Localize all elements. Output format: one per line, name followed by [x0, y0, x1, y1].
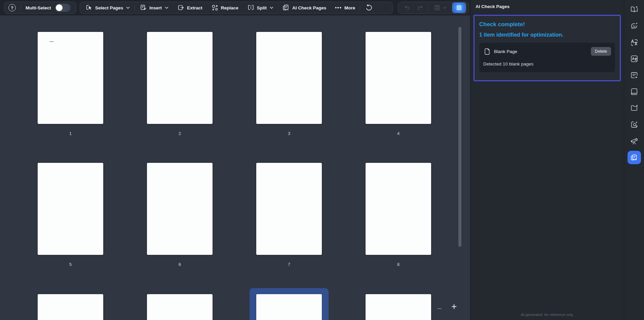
redo-icon — [416, 4, 424, 11]
sidebar-item-telescope[interactable] — [628, 134, 641, 148]
page-number: 7 — [256, 262, 322, 267]
page-number: 5 — [38, 262, 103, 267]
ai-proofread-icon — [630, 71, 639, 80]
page-thumbnail-5[interactable] — [38, 163, 103, 255]
select-pages-button[interactable]: Select Pages — [85, 4, 130, 11]
sidebar-item-ai-reader[interactable] — [628, 3, 641, 16]
rotate-ccw-icon — [365, 4, 373, 12]
blank-page-icon — [484, 48, 490, 55]
toggle-knob — [56, 4, 63, 11]
page-thumbnail-9[interactable] — [38, 294, 103, 320]
save-button[interactable] — [433, 4, 447, 11]
ai-check-pages-icon — [282, 4, 290, 12]
toolbar-group-file — [398, 2, 469, 14]
replace-icon — [211, 4, 219, 11]
check-complete-heading: Check complete! — [479, 21, 615, 28]
zoom-in-button[interactable]: + — [451, 301, 457, 312]
divider — [21, 5, 21, 11]
translate-page-icon — [630, 54, 639, 63]
multi-select-toggle[interactable] — [55, 4, 71, 12]
toolbar-group-actions: Select Pages Insert — [80, 2, 393, 14]
undo-button[interactable] — [404, 4, 411, 11]
insert-button[interactable]: Insert — [140, 4, 168, 11]
sidebar-item-ai-detect[interactable] — [628, 118, 641, 131]
ai-check-pages-label: AI Check Pages — [292, 5, 326, 10]
extract-button[interactable]: Extract — [177, 4, 202, 11]
chevron-down-icon — [270, 6, 273, 9]
ellipsis-icon: ••• — [335, 5, 342, 10]
ai-detect-icon — [630, 120, 639, 129]
extract-label: Extract — [187, 5, 202, 10]
page-number: 4 — [366, 131, 431, 136]
sidebar-item-ai-folder[interactable] — [628, 101, 641, 115]
sidebar-item-book[interactable] — [628, 85, 641, 98]
multi-select-label: Multi-Select — [26, 5, 51, 10]
panel-title: AI Check Pages — [476, 4, 509, 9]
sidebar-item-ai-proofread[interactable] — [628, 68, 641, 82]
page-number: 6 — [147, 262, 213, 267]
page-content-fragment — [49, 41, 54, 42]
page-thumbnail-2[interactable] — [147, 32, 213, 124]
replace-button[interactable]: Replace — [211, 4, 238, 11]
book-icon — [630, 87, 639, 96]
split-icon — [247, 4, 255, 11]
delete-button[interactable]: Delete — [591, 47, 611, 56]
divider — [428, 5, 429, 11]
insert-label: Insert — [149, 5, 162, 10]
page-number: 1 — [38, 131, 103, 136]
divider — [360, 5, 360, 11]
page-thumbnail-8[interactable] — [366, 163, 431, 255]
page-thumbnail-12[interactable] — [366, 294, 431, 320]
page-thumbnail-3[interactable] — [256, 32, 322, 124]
replace-label: Replace — [221, 5, 238, 10]
ai-chat-icon — [630, 21, 639, 30]
undo-icon — [404, 4, 411, 11]
sidebar-item-ai-translate[interactable] — [628, 36, 641, 49]
page-number: 8 — [366, 262, 431, 267]
more-button[interactable]: ••• More — [335, 5, 355, 10]
save-icon — [433, 4, 441, 11]
sidebar-item-ai-check-pages[interactable] — [628, 151, 641, 164]
divider — [135, 5, 135, 11]
ai-reader-icon — [630, 5, 639, 14]
telescope-icon — [630, 137, 639, 145]
chevron-down-icon — [165, 6, 168, 9]
ai-check-pages-panel: AI Check Pages Check complete! 1 item id… — [471, 0, 624, 320]
ai-tools-sidebar — [624, 0, 644, 320]
help-icon[interactable]: ? — [8, 4, 16, 11]
items-identified-text: 1 item identified for optimization. — [479, 32, 615, 38]
page-number: 2 — [147, 131, 213, 136]
rotate-reset-button[interactable] — [365, 4, 373, 12]
ai-disclaimer-text: AI-generated, for reference only. — [471, 313, 624, 317]
redo-button[interactable] — [416, 4, 424, 11]
ai-orbits-icon — [455, 4, 463, 12]
ai-folder-icon — [630, 104, 639, 112]
detected-pages-text: Detected 10 blank pages — [483, 61, 533, 66]
page-number: 3 — [256, 131, 322, 136]
page-thumbnail-4[interactable] — [366, 32, 431, 124]
zoom-out-button[interactable]: − — [437, 304, 442, 313]
pdf-page-organizer-app: ? Multi-Select Select Pages — [0, 0, 644, 320]
selected-page-frame[interactable] — [250, 288, 329, 320]
split-label: Split — [257, 5, 267, 10]
ai-assistant-button[interactable] — [452, 2, 466, 13]
page-grid-canvas: ? Multi-Select Select Pages — [0, 0, 470, 320]
ai-check-pages-active-icon — [630, 153, 638, 162]
page-thumbnail-10[interactable] — [147, 294, 213, 320]
select-pages-icon — [85, 4, 93, 11]
page-thumbnail-1[interactable] — [38, 32, 103, 124]
page-thumbnail-6[interactable] — [147, 163, 213, 255]
page-thumbnail-7[interactable] — [256, 163, 322, 255]
ai-translate-icon — [630, 38, 639, 47]
page-thumbnail-11-selected[interactable] — [256, 294, 322, 320]
chevron-down-icon — [126, 6, 130, 9]
ai-check-pages-button[interactable]: AI Check Pages — [282, 4, 326, 12]
sidebar-item-ai-chat[interactable] — [628, 19, 641, 33]
select-pages-label: Select Pages — [95, 5, 123, 10]
blank-page-card: Blank Page Delete Detected 10 blank page… — [479, 43, 615, 72]
vertical-scrollbar-thumb[interactable] — [458, 27, 461, 247]
sidebar-item-translate-page[interactable] — [628, 52, 641, 65]
toolbar-group-mode: ? Multi-Select — [4, 2, 76, 14]
split-button[interactable]: Split — [247, 4, 273, 11]
more-label: More — [344, 5, 355, 10]
